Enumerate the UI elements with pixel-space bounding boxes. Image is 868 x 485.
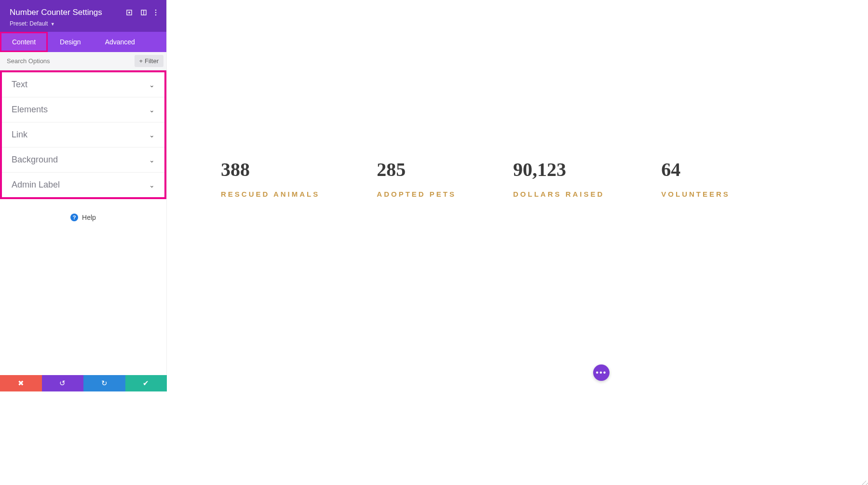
resize-handle[interactable] — [860, 477, 867, 484]
preset-label: Preset: Default — [10, 20, 48, 27]
undo-button[interactable]: ↺ — [42, 375, 84, 391]
preview-canvas: 388 RESCUED ANIMALS 285 ADOPTED PETS 90,… — [167, 0, 868, 485]
help-icon: ? — [70, 214, 78, 221]
counter-dollars-raised: 90,123 DOLLARS RAISED — [513, 160, 604, 198]
plus-icon: + — [139, 57, 143, 65]
help-link[interactable]: ? Help — [0, 199, 166, 236]
counter-value: 285 — [377, 160, 456, 179]
more-icon: ••• — [596, 368, 607, 377]
search-input[interactable] — [0, 52, 135, 70]
counter-label: VOLUNTEERS — [661, 190, 730, 198]
chevron-down-icon: ⌄ — [149, 106, 155, 114]
undo-icon: ↺ — [59, 379, 66, 388]
counter-rescued-animals: 388 RESCUED ANIMALS — [221, 160, 320, 198]
redo-button[interactable]: ↻ — [83, 375, 125, 391]
sidebar-header: Number Counter Settings — [0, 0, 166, 32]
redo-icon: ↻ — [101, 379, 108, 388]
counter-value: 64 — [661, 160, 730, 179]
sidebar-header-icons — [126, 9, 157, 16]
accordion-label: Background — [12, 155, 58, 165]
counter-label: ADOPTED PETS — [377, 190, 456, 198]
svg-point-4 — [155, 10, 157, 11]
floating-action-button[interactable]: ••• — [593, 364, 610, 381]
cancel-button[interactable]: ✖ — [0, 375, 42, 391]
chevron-down-icon: ⌄ — [149, 81, 155, 89]
accordion-label: Elements — [12, 105, 48, 115]
help-label: Help — [82, 214, 96, 221]
counter-label: RESCUED ANIMALS — [221, 190, 320, 198]
preset-selector[interactable]: Preset: Default ▼ — [10, 20, 157, 27]
tab-design[interactable]: Design — [48, 32, 93, 52]
settings-sidebar: Number Counter Settings — [0, 0, 167, 391]
more-icon[interactable] — [155, 9, 157, 16]
tab-advanced[interactable]: Advanced — [93, 32, 147, 52]
sidebar-title: Number Counter Settings — [10, 8, 102, 17]
search-row: + Filter — [0, 52, 166, 70]
accordion-text[interactable]: Text ⌄ — [2, 72, 164, 97]
chevron-down-icon: ⌄ — [149, 156, 155, 164]
counter-label: DOLLARS RAISED — [513, 190, 604, 198]
sidebar-tabs: Content Design Advanced — [0, 32, 166, 52]
filter-button[interactable]: + Filter — [135, 55, 163, 67]
accordion-admin-label[interactable]: Admin Label ⌄ — [2, 173, 164, 197]
accordion-highlight: Text ⌄ Elements ⌄ Link ⌄ Background ⌄ Ad… — [0, 70, 166, 199]
chevron-down-icon: ⌄ — [149, 181, 155, 189]
accordion-background[interactable]: Background ⌄ — [2, 148, 164, 173]
filter-label: Filter — [145, 57, 159, 65]
svg-point-1 — [129, 12, 130, 13]
svg-point-5 — [155, 12, 157, 13]
check-icon: ✔ — [143, 379, 149, 388]
expand-icon[interactable] — [126, 9, 133, 16]
caret-down-icon: ▼ — [51, 22, 55, 27]
accordion-label: Admin Label — [12, 180, 60, 190]
counter-adopted-pets: 285 ADOPTED PETS — [377, 160, 456, 198]
sidebar-title-row: Number Counter Settings — [10, 8, 157, 17]
accordion-label: Text — [12, 80, 27, 90]
counter-value: 388 — [221, 160, 320, 179]
close-icon: ✖ — [18, 379, 24, 388]
columns-icon[interactable] — [140, 9, 147, 16]
counter-row: 388 RESCUED ANIMALS 285 ADOPTED PETS 90,… — [221, 160, 730, 198]
tab-content[interactable]: Content — [0, 32, 48, 52]
accordion-elements[interactable]: Elements ⌄ — [2, 97, 164, 122]
accordion-link[interactable]: Link ⌄ — [2, 122, 164, 148]
chevron-down-icon: ⌄ — [149, 131, 155, 139]
counter-volunteers: 64 VOLUNTEERS — [661, 160, 730, 198]
save-button[interactable]: ✔ — [125, 375, 167, 391]
sidebar-footer: ✖ ↺ ↻ ✔ — [0, 375, 167, 391]
accordion-label: Link — [12, 130, 27, 140]
svg-point-6 — [155, 14, 157, 16]
counter-value: 90,123 — [513, 160, 604, 179]
